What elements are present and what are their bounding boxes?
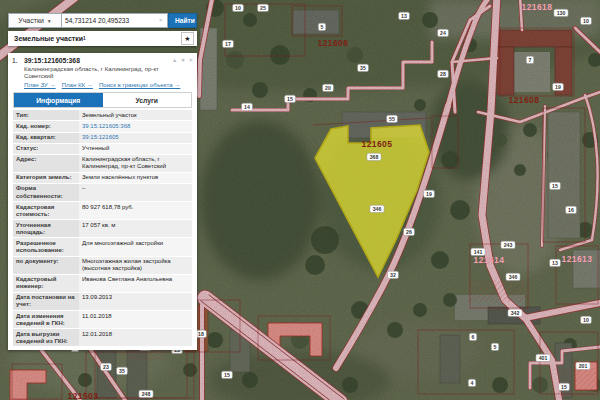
parcel-number-badge[interactable]: 32 [388,271,399,278]
parcel-number-badge[interactable]: 10 [233,4,244,11]
parcel-links-row: План ЗУ →План КК →Поиск в границах объек… [24,81,193,88]
info-row-value: Земли населённых пунктов [79,173,192,183]
tab-information[interactable]: Информация [14,93,103,107]
quarter-label[interactable]: 121613 [562,254,593,264]
parcel-number-badge[interactable]: 35 [117,367,128,374]
parcel-link[interactable]: План КК → [62,81,93,88]
info-row-label: Дата изменения сведений в ГКН: [13,311,79,328]
info-row: Уточненная площадь:17 057 кв. м [13,220,192,237]
parcel-number-badge[interactable]: 19 [424,190,435,197]
parcel-number-badge[interactable]: 6 [469,333,476,340]
favorites-star-icon[interactable]: ★ [181,32,194,45]
parcel-number-badge[interactable]: 18 [196,330,207,337]
parcel-number-badge[interactable]: 201 [576,362,590,369]
parcel-link[interactable]: Поиск в границах объекта → [99,81,180,88]
parcel-link[interactable]: План ЗУ → [24,81,56,88]
parcel-number-badge[interactable]: 14 [242,103,253,110]
parcel-cadastral-number: 39:15:121605:368 [24,57,80,64]
parcel-number-badge[interactable]: 141 [471,248,485,255]
quarter-label[interactable]: 121608 [509,95,540,105]
quarter-label[interactable]: 121606 [318,38,349,48]
parcel-number-badge[interactable]: 401 [536,354,550,361]
info-row: Категория земель:Земли населённых пункто… [13,173,192,183]
parcel-number-badge[interactable]: 55 [387,115,398,122]
info-row-value[interactable]: 39:15:121605 [79,133,192,143]
info-row-label: по документу: [13,257,79,274]
info-row-value: 13.09.2013 [79,293,192,310]
close-icon[interactable]: ✕ [188,57,193,63]
info-row-value: – [79,184,192,201]
info-row-value: Земельный участок [79,110,192,120]
parcel-number-badge[interactable]: 130 [554,9,568,16]
parcel-number-badge[interactable]: 248 [139,390,153,397]
svg-text:141: 141 [474,249,483,255]
clear-search-icon[interactable]: × [159,17,163,23]
info-row: Дата изменения сведений в ГКН:11.01.2018 [13,311,192,328]
quarter-label[interactable]: 121614 [474,255,505,265]
parcel-number-badge[interactable]: 35 [358,64,369,71]
parcel-number-badge[interactable]: 7 [526,56,533,63]
parcel-number-badge[interactable]: 368 [367,153,381,160]
info-row-value[interactable]: 39:15:121605:368 [79,121,192,131]
tab-services[interactable]: Услуги [103,93,192,107]
parcel-number-badge[interactable]: 25 [258,4,269,11]
svg-text:19: 19 [426,191,432,197]
favorite-star-icon[interactable]: ★ [180,57,185,63]
parcel-number-badge[interactable]: 4 [468,379,475,386]
svg-text:35: 35 [360,65,366,71]
svg-text:346: 346 [509,274,518,280]
svg-text:28: 28 [440,71,446,77]
parcel-number-badge[interactable]: 15 [559,383,570,390]
parcel-number-badge[interactable]: 20 [323,84,334,91]
chevron-down-icon: ▼ [47,18,52,24]
plan-icon[interactable]: ▲ [172,57,177,63]
parcel-number-badge[interactable]: 346 [370,205,384,212]
parcel-number-badge[interactable]: 5 [491,343,498,350]
quarter-label[interactable]: 121503 [68,391,99,400]
parcel-number-badge[interactable]: 28 [438,70,449,77]
parcel-number-badge[interactable]: 26 [404,228,415,235]
result-index: 1. [12,57,24,64]
parcel-number-badge[interactable]: 16 [566,206,577,213]
parcel-number-badge[interactable]: 5 [318,23,325,30]
svg-text:55: 55 [389,116,395,122]
parcel-number-badge[interactable]: 15 [550,182,561,189]
svg-text:10: 10 [235,5,241,11]
results-header: Земельные участки 1 ★ [8,31,197,46]
parcel-number-badge[interactable]: 13 [550,259,561,266]
svg-text:248: 248 [142,391,151,397]
parcel-tabs: ИнформацияУслуги [13,92,192,108]
info-row: Адрес:Калининградская область, г Калинин… [13,155,192,172]
svg-text:342: 342 [511,310,520,316]
info-row-value: Калининградская область, г Калининград, … [79,155,192,172]
info-row-label: Форма собственности: [13,184,79,201]
parcel-number-badge[interactable]: 13 [399,12,410,19]
search-button[interactable]: Найти [168,13,197,28]
search-input[interactable] [62,13,168,28]
info-row-label: Уточненная площадь: [13,220,79,237]
info-row: Форма собственности:– [13,184,192,201]
svg-text:17: 17 [225,41,231,47]
parcel-number-badge[interactable]: 15 [285,95,296,102]
svg-text:19: 19 [555,84,561,90]
search-category-dropdown[interactable]: Участки ▼ [8,13,62,28]
svg-text:15: 15 [561,384,567,390]
parcel-number-badge[interactable]: 342 [508,309,522,316]
info-row-label: Кад. номер: [13,121,79,131]
quarter-label[interactable]: 121605 [362,139,393,149]
svg-text:201: 201 [579,363,588,369]
parcel-number-badge[interactable]: 23 [101,363,112,370]
svg-text:6: 6 [472,334,475,340]
parcel-number-badge[interactable]: 24 [438,29,449,36]
parcel-number-badge[interactable]: 19 [553,83,564,90]
quarter-label[interactable]: 121618 [522,2,553,12]
parcel-number-badge[interactable]: 10 [581,17,592,24]
info-row: Статус:Учтенный [13,144,192,154]
parcel-number-badge[interactable]: 15 [222,371,233,378]
parcel-number-badge[interactable]: 10 [581,316,592,323]
results-count-superscript: 1 [83,36,86,41]
parcel-number-badge[interactable]: 346 [506,273,520,280]
parcel-number-badge[interactable]: 17 [223,40,234,47]
parcel-number-badge[interactable]: 243 [501,241,515,248]
svg-text:20: 20 [325,85,331,91]
